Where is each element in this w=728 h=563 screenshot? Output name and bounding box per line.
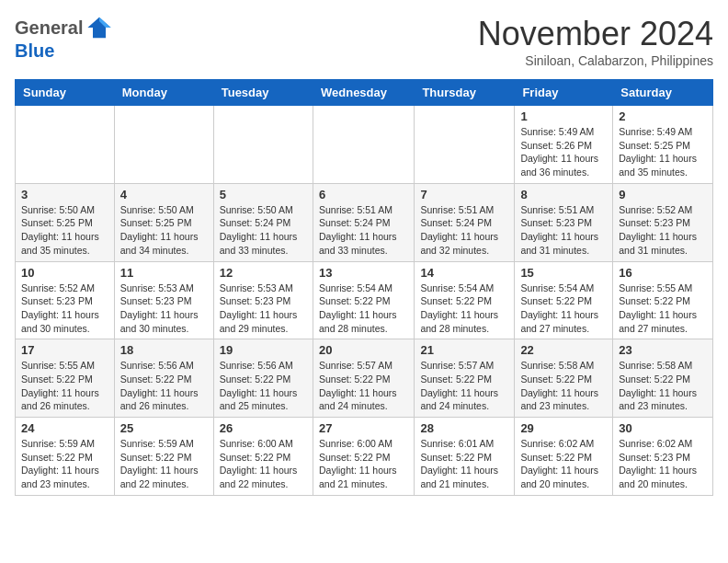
weekday-header: Wednesday [313,80,414,106]
calendar-cell [16,106,115,184]
calendar-cell: 6Sunrise: 5:51 AM Sunset: 5:24 PM Daylig… [313,183,414,261]
calendar-cell: 20Sunrise: 5:57 AM Sunset: 5:22 PM Dayli… [313,339,414,418]
day-info: Sunrise: 6:00 AM Sunset: 5:22 PM Dayligh… [220,437,307,491]
calendar-cell: 12Sunrise: 5:53 AM Sunset: 5:23 PM Dayli… [213,261,313,339]
calendar-week-row: 10Sunrise: 5:52 AM Sunset: 5:23 PM Dayli… [16,261,713,339]
calendar-cell: 26Sunrise: 6:00 AM Sunset: 5:22 PM Dayli… [213,418,313,496]
day-number: 20 [319,343,408,357]
day-info: Sunrise: 5:57 AM Sunset: 5:22 PM Dayligh… [420,359,508,413]
location: Siniloan, Calabarzon, Philippines [478,53,713,68]
day-info: Sunrise: 5:58 AM Sunset: 5:22 PM Dayligh… [520,359,607,413]
day-info: Sunrise: 5:51 AM Sunset: 5:24 PM Dayligh… [420,203,508,258]
logo-icon [86,15,112,40]
day-info: Sunrise: 5:59 AM Sunset: 5:22 PM Dayligh… [120,437,208,491]
weekday-header: Friday [515,80,613,106]
day-info: Sunrise: 5:50 AM Sunset: 5:25 PM Dayligh… [21,203,108,258]
day-info: Sunrise: 5:51 AM Sunset: 5:24 PM Dayligh… [319,203,408,258]
day-info: Sunrise: 5:50 AM Sunset: 5:25 PM Dayligh… [120,203,208,258]
calendar-cell [313,106,414,184]
day-number: 18 [120,343,208,357]
calendar-cell: 1Sunrise: 5:49 AM Sunset: 5:26 PM Daylig… [515,106,613,184]
day-number: 9 [619,188,707,201]
calendar-cell: 17Sunrise: 5:55 AM Sunset: 5:22 PM Dayli… [16,339,115,418]
calendar-cell: 3Sunrise: 5:50 AM Sunset: 5:25 PM Daylig… [16,183,115,261]
day-number: 2 [619,109,707,123]
day-info: Sunrise: 5:54 AM Sunset: 5:22 PM Dayligh… [319,282,408,336]
calendar-cell: 10Sunrise: 5:52 AM Sunset: 5:23 PM Dayli… [16,261,115,339]
calendar-cell [213,106,313,184]
day-number: 4 [120,188,208,201]
day-number: 29 [520,421,607,435]
calendar-cell: 4Sunrise: 5:50 AM Sunset: 5:25 PM Daylig… [114,183,213,261]
day-number: 30 [619,421,707,435]
day-info: Sunrise: 6:02 AM Sunset: 5:22 PM Dayligh… [520,437,607,491]
day-info: Sunrise: 5:56 AM Sunset: 5:22 PM Dayligh… [120,359,208,413]
day-info: Sunrise: 5:57 AM Sunset: 5:22 PM Dayligh… [319,359,408,413]
day-number: 24 [21,421,108,435]
day-number: 22 [520,343,607,357]
day-info: Sunrise: 5:49 AM Sunset: 5:26 PM Dayligh… [520,125,607,179]
calendar-cell: 7Sunrise: 5:51 AM Sunset: 5:24 PM Daylig… [415,183,515,261]
day-number: 23 [619,343,707,357]
day-info: Sunrise: 5:56 AM Sunset: 5:22 PM Dayligh… [220,359,307,413]
day-number: 13 [319,266,408,280]
calendar-cell: 28Sunrise: 6:01 AM Sunset: 5:22 PM Dayli… [415,418,515,496]
day-info: Sunrise: 5:51 AM Sunset: 5:23 PM Dayligh… [520,203,607,258]
calendar-cell: 19Sunrise: 5:56 AM Sunset: 5:22 PM Dayli… [213,339,313,418]
calendar-week-row: 24Sunrise: 5:59 AM Sunset: 5:22 PM Dayli… [16,418,713,496]
calendar-cell: 16Sunrise: 5:55 AM Sunset: 5:22 PM Dayli… [613,261,713,339]
day-info: Sunrise: 5:58 AM Sunset: 5:22 PM Dayligh… [619,359,707,413]
calendar-cell: 2Sunrise: 5:49 AM Sunset: 5:25 PM Daylig… [613,106,713,184]
calendar-cell: 8Sunrise: 5:51 AM Sunset: 5:23 PM Daylig… [515,183,613,261]
day-info: Sunrise: 5:50 AM Sunset: 5:24 PM Dayligh… [220,203,307,258]
day-number: 7 [420,188,508,201]
day-info: Sunrise: 5:53 AM Sunset: 5:23 PM Dayligh… [120,282,208,336]
logo: General Blue [15,15,112,62]
calendar: SundayMondayTuesdayWednesdayThursdayFrid… [15,79,713,496]
day-number: 10 [21,266,108,280]
day-number: 26 [220,421,307,435]
day-number: 21 [420,343,508,357]
day-number: 11 [120,266,208,280]
calendar-week-row: 3Sunrise: 5:50 AM Sunset: 5:25 PM Daylig… [16,183,713,261]
weekday-header: Tuesday [213,80,313,106]
day-number: 17 [21,343,108,357]
day-info: Sunrise: 5:52 AM Sunset: 5:23 PM Dayligh… [619,203,707,258]
day-info: Sunrise: 5:55 AM Sunset: 5:22 PM Dayligh… [619,282,707,336]
logo-general: General [15,17,83,39]
day-info: Sunrise: 5:55 AM Sunset: 5:22 PM Dayligh… [21,359,108,413]
day-info: Sunrise: 5:49 AM Sunset: 5:25 PM Dayligh… [619,125,707,179]
calendar-cell: 23Sunrise: 5:58 AM Sunset: 5:22 PM Dayli… [613,339,713,418]
day-number: 16 [619,266,707,280]
calendar-cell: 5Sunrise: 5:50 AM Sunset: 5:24 PM Daylig… [213,183,313,261]
day-number: 27 [319,421,408,435]
day-info: Sunrise: 5:52 AM Sunset: 5:23 PM Dayligh… [21,282,108,336]
calendar-week-row: 17Sunrise: 5:55 AM Sunset: 5:22 PM Dayli… [16,339,713,418]
calendar-cell: 15Sunrise: 5:54 AM Sunset: 5:22 PM Dayli… [515,261,613,339]
day-number: 1 [520,109,607,123]
calendar-cell: 13Sunrise: 5:54 AM Sunset: 5:22 PM Dayli… [313,261,414,339]
calendar-cell: 9Sunrise: 5:52 AM Sunset: 5:23 PM Daylig… [613,183,713,261]
day-number: 6 [319,188,408,201]
calendar-cell: 30Sunrise: 6:02 AM Sunset: 5:23 PM Dayli… [613,418,713,496]
calendar-cell: 24Sunrise: 5:59 AM Sunset: 5:22 PM Dayli… [16,418,115,496]
calendar-week-row: 1Sunrise: 5:49 AM Sunset: 5:26 PM Daylig… [16,106,713,184]
day-info: Sunrise: 5:54 AM Sunset: 5:22 PM Dayligh… [420,282,508,336]
day-number: 25 [120,421,208,435]
day-info: Sunrise: 6:01 AM Sunset: 5:22 PM Dayligh… [420,437,508,491]
day-number: 14 [420,266,508,280]
calendar-cell: 25Sunrise: 5:59 AM Sunset: 5:22 PM Dayli… [114,418,213,496]
day-number: 19 [220,343,307,357]
calendar-cell [114,106,213,184]
day-number: 3 [21,188,108,201]
calendar-cell: 14Sunrise: 5:54 AM Sunset: 5:22 PM Dayli… [415,261,515,339]
calendar-cell: 29Sunrise: 6:02 AM Sunset: 5:22 PM Dayli… [515,418,613,496]
weekday-header: Saturday [613,80,713,106]
calendar-cell: 11Sunrise: 5:53 AM Sunset: 5:23 PM Dayli… [114,261,213,339]
day-number: 8 [520,188,607,201]
calendar-header-row: SundayMondayTuesdayWednesdayThursdayFrid… [16,80,713,106]
calendar-cell: 21Sunrise: 5:57 AM Sunset: 5:22 PM Dayli… [415,339,515,418]
weekday-header: Sunday [16,80,115,106]
day-info: Sunrise: 5:59 AM Sunset: 5:22 PM Dayligh… [21,437,108,491]
calendar-cell: 18Sunrise: 5:56 AM Sunset: 5:22 PM Dayli… [114,339,213,418]
